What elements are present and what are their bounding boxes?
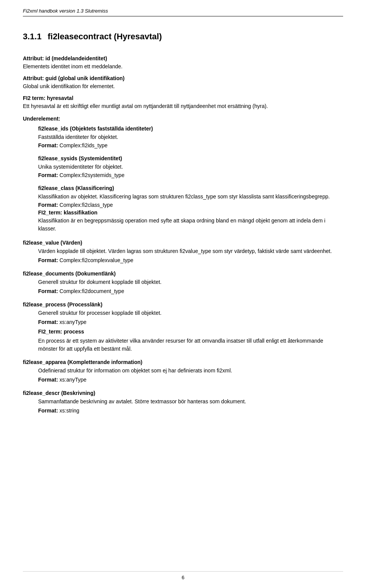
- subelement-ids-format: Format: Complex:fi2ids_type: [38, 142, 343, 148]
- subelement-sysids-format: Format: Complex:fi2systemids_type: [38, 172, 343, 178]
- attr-guid-heading: Attribut: guid (global unik identifikati…: [23, 75, 343, 81]
- attr-id-heading: Attribut: id (meddelandeidentitet): [23, 55, 343, 61]
- underelement-heading: Underelement:: [23, 116, 343, 122]
- format-value-descr: xs:string: [59, 408, 79, 414]
- page-footer: 6: [23, 571, 343, 580]
- subelement-process-heading: fi2lease_process (Processlänk): [23, 301, 343, 308]
- subelement-documents: fi2lease_documents (Dokumentlänk) Genere…: [23, 271, 343, 295]
- section-number: 3.1.1: [23, 32, 42, 42]
- subelement-process: fi2lease_process (Processlänk) Generell …: [23, 301, 343, 353]
- fi2-term-heading: FI2 term: hyresavtal: [23, 95, 343, 101]
- format-value-apparea: xs:anyType: [59, 377, 87, 383]
- format-label-class: Format:: [38, 202, 58, 208]
- subelement-sysids-heading: fi2lease_sysids (Systemidentitet): [38, 155, 343, 161]
- format-value-process: xs:anyType: [59, 319, 87, 325]
- format-value-class: Complex:fi2class_type: [59, 202, 113, 208]
- attribute-guid: Attribut: guid (global unik identifikati…: [23, 75, 343, 90]
- section-title: fi2leasecontract (Hyresavtal): [48, 32, 162, 42]
- format-label-value: Format:: [38, 257, 58, 263]
- format-value-value: Complex:fi2complexvalue_type: [59, 257, 133, 263]
- attr-id-desc: Elementets identitet inom ett meddelande…: [23, 63, 343, 71]
- header-title: Fi2xml handbok version 1.3 Slutremiss: [23, 8, 108, 14]
- subelement-descr-desc: Sammanfattande beskrivning av avtalet. S…: [38, 398, 343, 406]
- format-label-apparea: Format:: [38, 377, 58, 383]
- subelement-apparea: fi2lease_apparea (Kompletterande informa…: [23, 359, 343, 384]
- subelement-ids: fi2lease_ids (Objektets fastställda iden…: [38, 126, 343, 148]
- format-value-sysids: Complex:fi2systemids_type: [59, 172, 124, 178]
- fi2-term-block: FI2 term: hyresavtal Ett hyresavtal är e…: [23, 95, 343, 110]
- subelement-value: fi2lease_value (Värden) Värden kopplade …: [23, 240, 343, 264]
- format-label-ids: Format:: [38, 142, 58, 148]
- fi2-sub-desc-class: Klassifikation är en begreppsmässig oper…: [38, 217, 343, 233]
- subelement-ids-heading: fi2lease_ids (Objektets fastställda iden…: [38, 126, 343, 132]
- subelement-class-heading: fi2lease_class (Klassificering): [38, 185, 343, 191]
- format-label-documents: Format:: [38, 288, 58, 294]
- subelement-value-heading: fi2lease_value (Värden): [23, 240, 343, 246]
- subelement-documents-desc: Generell struktur för dokument kopplade …: [38, 278, 343, 286]
- subelement-documents-heading: fi2lease_documents (Dokumentlänk): [23, 271, 343, 277]
- subelement-value-desc: Värden kopplade till objektet. Värden la…: [38, 247, 343, 255]
- subelement-sysids: fi2lease_sysids (Systemidentitet) Unika …: [38, 155, 343, 178]
- attr-guid-desc: Global unik identifikation för elementet…: [23, 82, 343, 90]
- subelement-process-format: Format: xs:anyType: [38, 318, 343, 326]
- subelement-class-desc: Klassifikation av objektet. Klassificeri…: [38, 193, 343, 201]
- subelement-sysids-desc: Unika systemidentiteter för objektet.: [38, 163, 343, 171]
- page-container: Fi2xml handbok version 1.3 Slutremiss 3.…: [0, 0, 366, 444]
- format-label-process: Format:: [38, 319, 58, 325]
- format-value-documents: Complex:fi2document_type: [59, 288, 124, 294]
- subelement-apparea-format: Format: xs:anyType: [38, 376, 343, 384]
- subelement-class: fi2lease_class (Klassificering) Klassifi…: [38, 185, 343, 233]
- subelement-ids-desc: Fastställda identiteter för objektet.: [38, 133, 343, 141]
- fi2-sub-desc-process: En process är ett system av aktiviteter …: [38, 337, 343, 353]
- subelement-apparea-desc: Odefinierad struktur för information om …: [38, 367, 343, 375]
- format-label-descr: Format:: [38, 408, 58, 414]
- subelement-documents-format: Format: Complex:fi2document_type: [38, 287, 343, 295]
- subelement-apparea-heading: fi2lease_apparea (Kompletterande informa…: [23, 359, 343, 365]
- fi2-term-desc: Ett hyresavtal är ett skriftligt eller m…: [23, 102, 343, 110]
- subelement-descr-format: Format: xs:string: [38, 407, 343, 415]
- page-number: 6: [181, 575, 184, 580]
- format-value-ids: Complex:fi2ids_type: [59, 142, 108, 148]
- fi2-sub-term-process: FI2_term: process: [38, 329, 84, 335]
- page-header: Fi2xml handbok version 1.3 Slutremiss: [23, 8, 343, 16]
- subelement-value-format: Format: Complex:fi2complexvalue_type: [38, 256, 343, 264]
- subelement-descr: fi2lease_descr (Beskrivning) Sammanfatta…: [23, 390, 343, 415]
- fi2-sub-term-class: FI2_term: klassifikation: [38, 209, 98, 216]
- subelement-process-desc: Generell struktur för processer kopplade…: [38, 309, 343, 317]
- subelement-process-subterm: FI2_term: process: [38, 328, 343, 336]
- subelement-descr-heading: fi2lease_descr (Beskrivning): [23, 390, 343, 396]
- subelement-class-format: Format: Complex:fi2class_type: [38, 202, 343, 208]
- attribute-id: Attribut: id (meddelandeidentitet) Eleme…: [23, 55, 343, 71]
- format-label-sysids: Format:: [38, 172, 58, 178]
